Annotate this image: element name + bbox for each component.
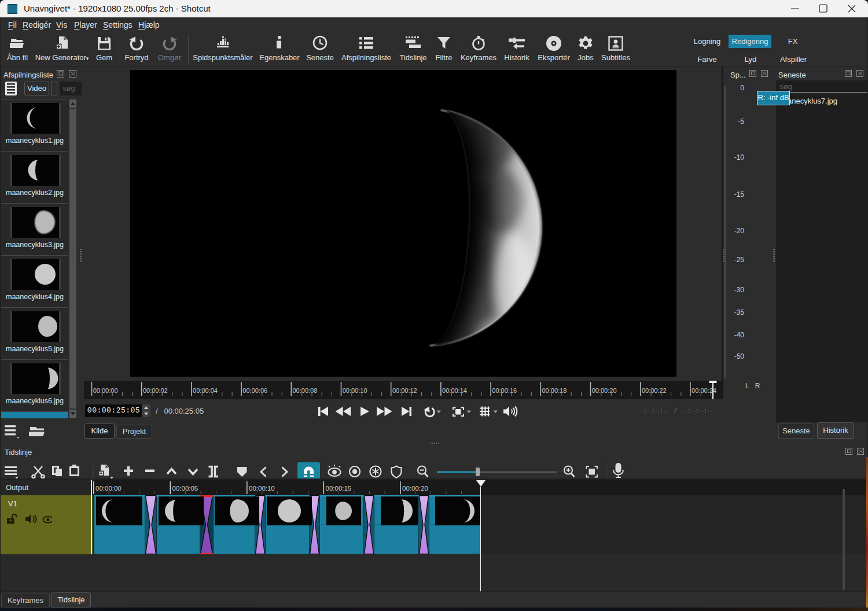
svg-text:00:00:04: 00:00:04 [193, 387, 218, 394]
svg-text:00:00:14: 00:00:14 [442, 387, 467, 394]
svg-text:00:00:06: 00:00:06 [242, 387, 267, 394]
svg-text:00:00:15: 00:00:15 [326, 485, 352, 492]
svg-text:00:00:20: 00:00:20 [592, 387, 617, 394]
svg-text:00:00:12: 00:00:12 [392, 387, 417, 394]
svg-text:00:00:05: 00:00:05 [172, 485, 198, 492]
svg-text:00:00:10: 00:00:10 [249, 485, 275, 492]
svg-text:00:00:10: 00:00:10 [343, 387, 367, 394]
svg-text:00:00:00: 00:00:00 [93, 387, 118, 394]
svg-text:00:00:20: 00:00:20 [402, 485, 428, 492]
svg-text:00:00:22: 00:00:22 [642, 387, 667, 394]
svg-text:00:00:00: 00:00:00 [95, 485, 122, 492]
svg-text:00:00:02: 00:00:02 [143, 387, 168, 394]
svg-text:00:00:18: 00:00:18 [542, 387, 567, 394]
svg-text:00:00:16: 00:00:16 [492, 387, 517, 394]
svg-text:00:00:08: 00:00:08 [293, 387, 318, 394]
